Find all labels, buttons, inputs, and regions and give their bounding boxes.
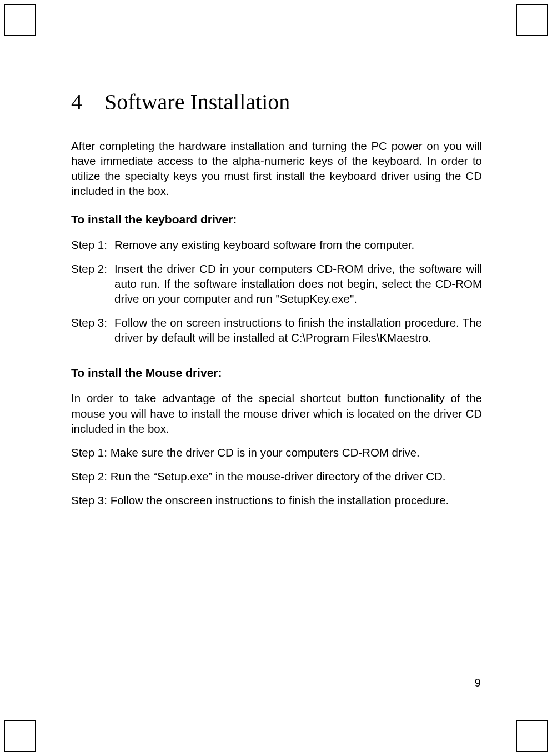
mouse-step-1: Step 1: Make sure the driver CD is in yo… [71,445,482,460]
keyboard-step-3: Step 3: Follow the on screen instruction… [71,315,482,345]
page-content: 4 Software Installation After completing… [71,89,482,517]
intro-paragraph: After completing the hardware installati… [71,138,482,198]
keyboard-section-heading: To install the keyboard driver: [71,213,482,226]
corner-top-right [516,4,548,36]
mouse-intro-paragraph: In order to take advantage of the specia… [71,390,482,435]
chapter-title: Software Installation [104,89,290,114]
step-text: Insert the driver CD in your computers C… [114,261,482,306]
corner-bottom-left [4,720,36,752]
step-label: Step 2: [71,261,114,306]
step-label: Step 1: [71,237,114,252]
mouse-section-heading: To install the Mouse driver: [71,366,482,379]
chapter-heading: 4 Software Installation [71,89,482,115]
keyboard-step-1: Step 1: Remove any existing keyboard sof… [71,237,482,252]
chapter-number: 4 [71,89,99,115]
step-text: Follow the on screen instructions to fin… [114,315,482,345]
keyboard-step-2: Step 2: Insert the driver CD in your com… [71,261,482,306]
corner-top-left [4,4,36,36]
page-number: 9 [475,676,481,689]
mouse-step-3: Step 3: Follow the onscreen instructions… [71,493,482,508]
mouse-step-2: Step 2: Run the “Setup.exe” in the mouse… [71,469,482,484]
corner-bottom-right [516,720,548,752]
step-label: Step 3: [71,315,114,345]
step-text: Remove any existing keyboard software fr… [114,237,482,252]
